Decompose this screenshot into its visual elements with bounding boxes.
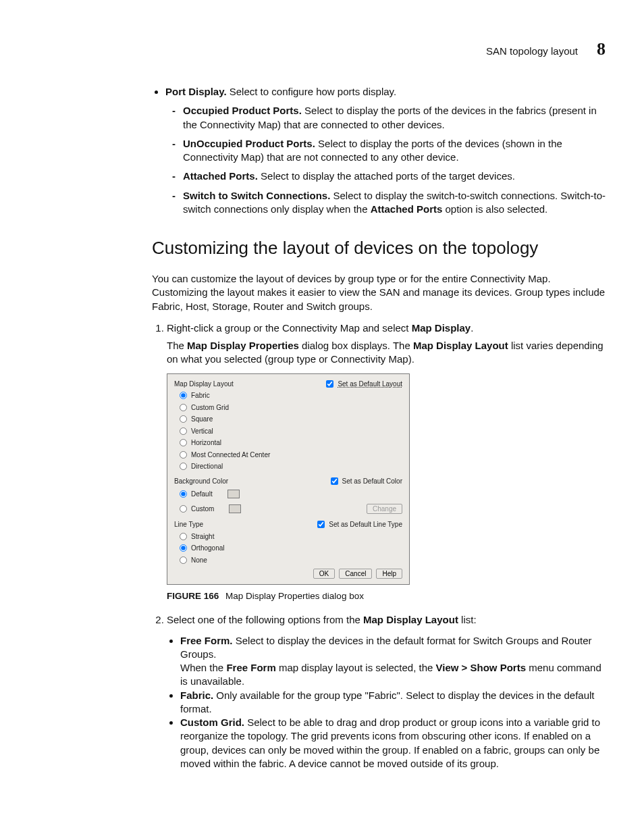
option-free-form: Free Form. Select to display the devices… — [180, 634, 606, 689]
bg-option: Custom — [191, 504, 214, 514]
set-default-line-checkbox[interactable] — [317, 521, 325, 528]
layout-radio-square[interactable] — [180, 415, 187, 423]
map-display-dialog: Map Display Layout Set as Default Layout… — [167, 373, 410, 585]
set-default-color-label: Set as Default Color — [342, 477, 403, 486]
header-title: SAN topology layout — [486, 45, 578, 58]
sub-switch: Switch to Switch Connections. Select to … — [183, 189, 606, 217]
layout-radio-fabric[interactable] — [180, 392, 187, 399]
layout-radio-directional[interactable] — [180, 463, 187, 470]
default-color-swatch — [227, 490, 240, 498]
line-radio-straight[interactable] — [180, 533, 187, 540]
option-custom-grid: Custom Grid. Select to be able to drag a… — [180, 716, 606, 771]
line-option: Orthogonal — [191, 544, 224, 553]
figure-caption: FIGURE 166 Map Display Properties dialog… — [167, 590, 606, 602]
layout-radio-horizontal[interactable] — [180, 439, 187, 446]
help-button[interactable]: Help — [376, 569, 402, 579]
bg-label: Background Color — [174, 477, 228, 486]
sub-attached: Attached Ports. Select to display the at… — [183, 170, 606, 183]
layout-radio-customgrid[interactable] — [180, 404, 187, 411]
port-display-item: Port Display. Select to configure how po… — [165, 85, 606, 216]
bg-radio-default[interactable] — [180, 490, 187, 498]
step-1: Right-click a group or the Connectivity … — [167, 321, 606, 602]
layout-option: Vertical — [191, 427, 213, 436]
layout-option: Custom Grid — [191, 403, 229, 413]
line-option: Straight — [191, 532, 214, 542]
sub-unoccupied: UnOccupied Product Ports. Select to disp… — [183, 137, 606, 165]
line-label: Line Type — [174, 520, 203, 529]
port-display-list: Port Display. Select to configure how po… — [152, 85, 606, 216]
set-default-color-checkbox[interactable] — [331, 477, 338, 485]
bg-option: Default — [191, 490, 213, 499]
layout-option: Directional — [191, 462, 223, 471]
layout-option: Square — [191, 415, 213, 424]
line-option: None — [191, 556, 207, 565]
layout-option: Most Connected At Center — [191, 450, 270, 460]
steps-list: Right-click a group or the Connectivity … — [152, 321, 606, 771]
layout-option: Horizontal — [191, 438, 221, 448]
cancel-button[interactable]: Cancel — [339, 569, 372, 579]
ok-button[interactable]: OK — [313, 569, 335, 579]
layout-radio-vertical[interactable] — [180, 427, 187, 435]
page-header: SAN topology layout 8 — [38, 41, 606, 58]
custom-color-swatch — [229, 504, 241, 513]
chapter-number: 8 — [597, 41, 606, 58]
set-default-layout-checkbox[interactable] — [326, 380, 333, 388]
set-default-line-label: Set as Default Line Type — [329, 520, 402, 529]
section-intro: You can customize the layout of devices … — [152, 272, 606, 313]
set-default-layout-label: Set as Default Layout — [338, 380, 402, 389]
port-display-sublist: Occupied Product Ports. Select to displa… — [165, 104, 606, 216]
sub-occupied: Occupied Product Ports. Select to displa… — [183, 104, 606, 132]
line-radio-orthogonal[interactable] — [180, 544, 187, 552]
change-color-button[interactable]: Change — [367, 504, 402, 514]
layout-option: Fabric — [191, 391, 210, 400]
step-2: Select one of the following options from… — [167, 613, 606, 771]
section-heading: Customizing the layout of devices on the… — [152, 236, 606, 260]
bg-radio-custom[interactable] — [180, 505, 187, 513]
layout-radio-mostconnected[interactable] — [180, 451, 187, 459]
line-radio-none[interactable] — [180, 556, 187, 564]
option-fabric: Fabric. Only available for the group typ… — [180, 689, 606, 716]
layout-label: Map Display Layout — [174, 380, 234, 389]
